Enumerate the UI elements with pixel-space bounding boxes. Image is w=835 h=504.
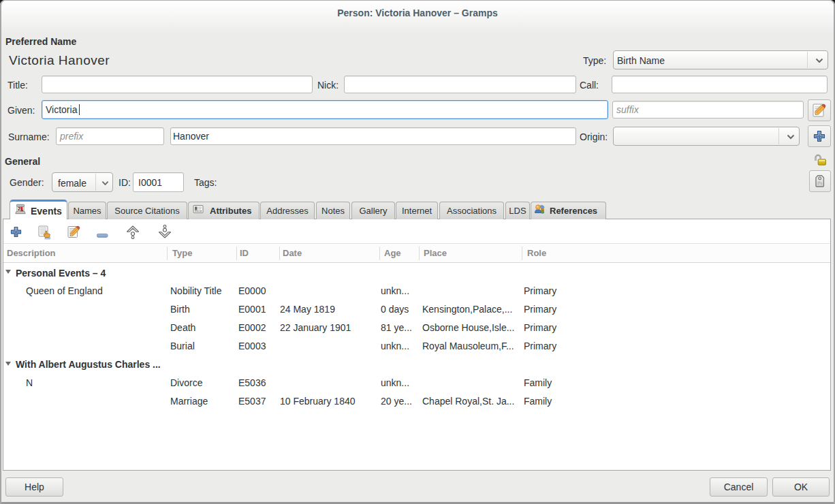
svg-text:2: 2: [18, 206, 20, 211]
